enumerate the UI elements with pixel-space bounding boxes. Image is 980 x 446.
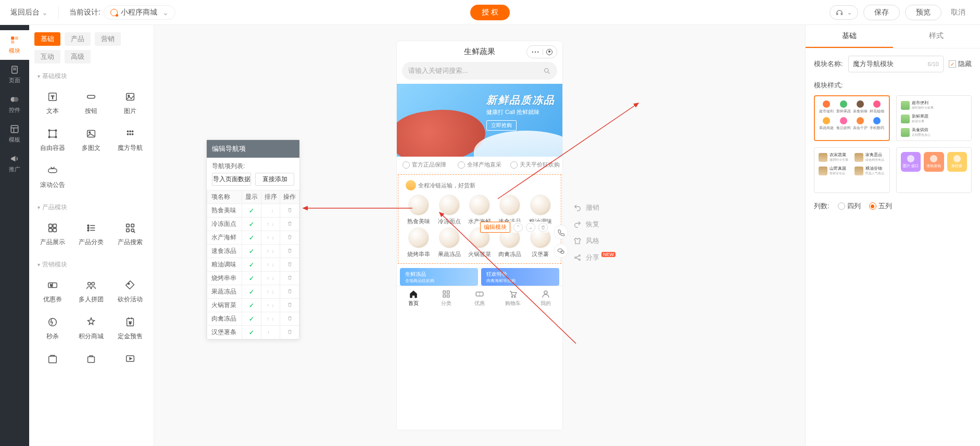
support-button[interactable]: ⌄ [830, 5, 858, 20]
authorize-button[interactable]: 授 权 [470, 5, 510, 20]
design-selector[interactable]: 小程序商城 [104, 5, 175, 20]
current-design-label: 当前设计: [69, 8, 100, 17]
current-design: 当前设计: 小程序商城 [69, 5, 175, 20]
cancel-button[interactable]: 取消 [947, 8, 970, 17]
back-button[interactable]: 返回后台 [10, 8, 48, 17]
headset-icon [835, 8, 844, 17]
preview-button[interactable]: 预览 [905, 5, 941, 20]
save-button[interactable]: 保存 [863, 5, 900, 20]
top-bar: 返回后台 当前设计: 小程序商城 授 权 ⌄ 保存 预览 取消 [0, 0, 980, 25]
design-name: 小程序商城 [121, 8, 157, 17]
miniprogram-icon [110, 9, 118, 16]
top-actions: ⌄ 保存 预览 取消 [830, 5, 970, 20]
divider [58, 6, 59, 19]
